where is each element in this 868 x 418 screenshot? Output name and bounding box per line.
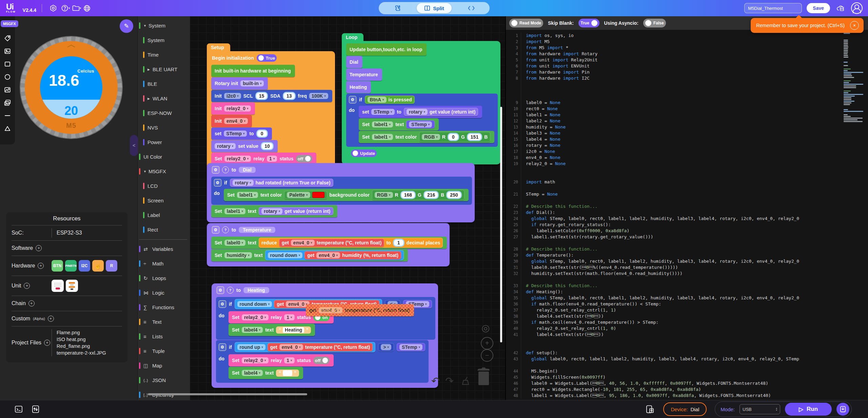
language-icon[interactable] <box>81 2 93 14</box>
dropdown[interactable]: 100K▾ <box>309 93 328 99</box>
dropdown[interactable]: 1▾ <box>284 314 294 320</box>
number-input[interactable]: 250 <box>446 191 461 199</box>
label-tag-icon[interactable] <box>4 35 11 42</box>
mutator-gear-icon[interactable]: ⚙ <box>219 343 226 351</box>
dropdown[interactable]: label1▾ <box>224 208 245 214</box>
string-input[interactable]: “Heating” <box>276 326 311 334</box>
nested-block[interactable]: Palette▾ <box>284 191 327 199</box>
toolbox-category-lists[interactable]: ≡Lists <box>138 329 190 344</box>
workspace-vertical-scrollbar[interactable] <box>500 107 502 342</box>
settings-icon[interactable] <box>47 2 59 14</box>
touch-hardware-chip[interactable]: ☝ <box>92 260 104 272</box>
help-icon[interactable]: ? <box>222 166 229 173</box>
dropdown[interactable]: label1▾ <box>372 121 393 127</box>
dropdown[interactable]: Palette▾ <box>287 192 310 198</box>
temperature-function-block[interactable]: ⚙?toTemperatureSetlabel0▾textreducegeten… <box>207 223 450 266</box>
nested-block[interactable]: getenv4_0▾temperature (°C, return float) <box>268 343 373 351</box>
dropdown[interactable]: label4▾ <box>242 327 263 333</box>
dropdown[interactable]: STemp▾ <box>409 121 432 127</box>
dropdown[interactable]: round down▾ <box>237 301 272 307</box>
number-input[interactable]: 216 <box>423 191 439 199</box>
dropdown[interactable]: env4_0▾ <box>316 252 340 258</box>
block-tab[interactable]: Setup <box>207 43 230 51</box>
string-input[interactable]: “” <box>276 370 299 377</box>
toolbox-category-esp-now[interactable]: ESP-NOW <box>138 106 190 120</box>
dropdown[interactable]: label4▾ <box>242 370 263 376</box>
toggle[interactable]: Update <box>351 150 377 157</box>
heating-function-block[interactable]: ⚙?toHeating⚙ifround down▾getenv4_0▾tempe… <box>212 283 438 388</box>
add-custom-button[interactable]: + <box>48 316 54 322</box>
mode-select[interactable]: USB ▴▾ <box>739 404 780 414</box>
project-file-item[interactable]: Red_flame.png <box>57 343 106 349</box>
code-editor[interactable]: 1import os, sys, io2import M53from M5 im… <box>506 30 868 400</box>
toolbox-category-loops[interactable]: ↻Loops <box>138 271 190 285</box>
block-row[interactable]: setSTemp▾torotary▾get value (return int) <box>359 106 482 118</box>
block-row[interactable]: Setlabel0▾textreducegetenv4_0▾temperatur… <box>211 237 447 249</box>
help-icon[interactable]: ? <box>222 226 229 233</box>
dropdown[interactable]: BtnA▾ <box>368 97 387 103</box>
mutator-gear-icon[interactable]: ⚙ <box>219 300 226 308</box>
nested-block[interactable]: RGB▾R0G151B <box>419 132 490 142</box>
add-file-button[interactable]: + <box>44 340 50 346</box>
dropdown[interactable]: humidity▾ <box>224 252 252 258</box>
panel-collapse-handle[interactable]: < <box>130 135 138 156</box>
dropdown[interactable]: RGB▾ <box>375 192 393 198</box>
image-label-icon[interactable] <box>4 47 11 55</box>
toolbox-category-logic[interactable]: ⋈Logic <box>138 285 190 300</box>
nested-block[interactable]: getenv4_0▾temperature (°C, return float) <box>279 239 384 247</box>
images-icon[interactable] <box>4 99 11 106</box>
block-row[interactable]: Setlabel1▾text colorRGB▾R0G151B <box>359 131 494 143</box>
env-unit-tile[interactable] <box>52 280 64 292</box>
nested-block[interactable]: reducegetenv4_0▾temperature (°C, return … <box>259 238 443 248</box>
device-screen-icon[interactable] <box>645 404 655 414</box>
block-row[interactable]: Initrelay2_0▾ <box>211 102 255 115</box>
block-category-toolbox[interactable]: ▼SystemSystemTime▶BLE UARTBLE▶WLANESP-NO… <box>137 16 190 400</box>
dropdown[interactable]: rotary▾ <box>215 143 236 149</box>
color-swatch[interactable] <box>312 192 324 198</box>
dragged-block-ghost[interactable]: getenv4_0▾temperature (°C, return float) <box>306 304 414 316</box>
mutator-gear-icon[interactable]: ⚙ <box>212 226 219 234</box>
nested-block[interactable]: RGB▾R168G216B250 <box>372 190 465 200</box>
add-chain-button[interactable]: + <box>28 300 35 306</box>
dropdown[interactable]: built-in▾ <box>240 80 264 86</box>
edit-screen-button[interactable]: ✎ <box>120 19 133 33</box>
undo-icon[interactable]: ↶ <box>431 375 440 387</box>
block-row[interactable]: Update button,touch,etc. in loop <box>346 43 427 56</box>
nested-block[interactable]: round down▾getenv4_0▾humidity (%, return… <box>265 250 404 260</box>
toolbox-category-map[interactable]: ◫Map <box>138 358 190 373</box>
trash-icon[interactable] <box>476 365 491 388</box>
dropdown[interactable]: relay2_0▾ <box>242 357 269 363</box>
file-transfer-icon[interactable] <box>31 404 41 414</box>
dial-function-block[interactable]: ⚙?toDial⚙ifrotary▾had rotated (return Tr… <box>207 163 475 222</box>
dropdown[interactable]: rotary▾ <box>407 109 428 115</box>
number-input[interactable]: 13 <box>283 92 296 100</box>
block-tab[interactable]: Loop <box>342 33 363 41</box>
triangle-icon[interactable] <box>4 125 11 132</box>
mutator-gear-icon[interactable]: ⚙ <box>214 179 221 186</box>
block-row[interactable]: Dial <box>346 56 362 68</box>
mutator-gear-icon[interactable]: ⚙ <box>349 96 356 103</box>
dropdown[interactable]: relay2_0▾ <box>224 156 251 162</box>
close-icon[interactable]: × <box>850 21 859 30</box>
split-view-tab[interactable]: Split <box>417 3 452 13</box>
save-button[interactable]: Save <box>807 3 830 13</box>
number-input[interactable]: 15 <box>255 92 268 100</box>
block-row[interactable]: Initi2c0▾SCL15SDA13freq100K▾ <box>211 90 332 102</box>
nested-block[interactable]: round up▾getenv4_0▾temperature (°C, retu… <box>235 342 376 352</box>
asyncio-toggle[interactable]: False <box>643 19 666 27</box>
block-row[interactable]: Setrelay2_0▾relay1▾statusoff <box>229 354 334 366</box>
block-row[interactable]: Setlabel1▾textSTemp▾ <box>359 118 439 131</box>
block-row[interactable]: Setlabel1▾textrotary▾get value (return i… <box>211 205 337 217</box>
loop-block[interactable]: LoopUpdate button,touch,etc. in loopDial… <box>342 33 500 164</box>
toggle[interactable]: off <box>296 155 313 162</box>
number-input[interactable]: 168 <box>400 191 416 199</box>
dropdown[interactable]: STemp▾ <box>224 131 247 137</box>
toolbox-category-variables[interactable]: ⇄Variables <box>138 242 190 256</box>
block-row[interactable]: Setlabel1▾text colorPalette▾background c… <box>224 189 469 201</box>
hardware-chip[interactable]: PINBTN <box>65 260 77 272</box>
code-view-tab[interactable] <box>454 3 489 13</box>
circle-icon[interactable] <box>4 73 11 81</box>
add-hardware-button[interactable]: + <box>38 263 44 269</box>
block-row[interactable]: Initenv4_0▾ <box>211 115 252 127</box>
if-block[interactable]: ⚙ifBtnA▾is presseddosetSTemp▾torotary▾ge… <box>346 94 498 147</box>
